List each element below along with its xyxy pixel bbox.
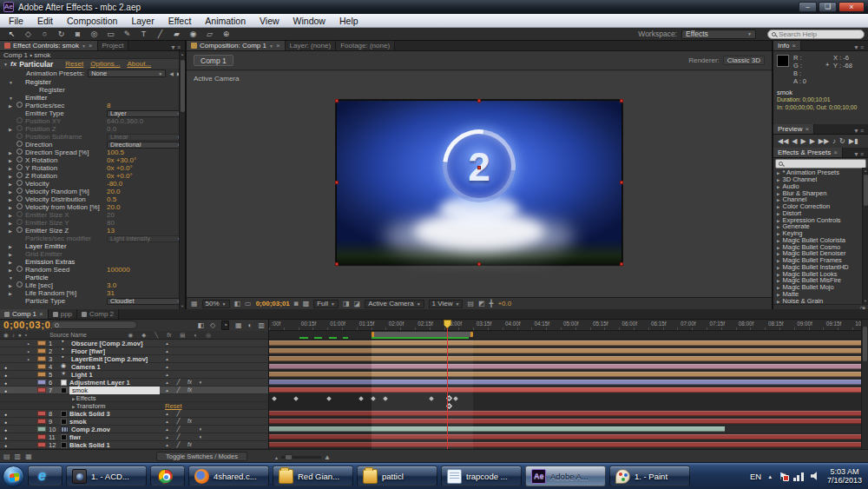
layer-duration-bar[interactable] — [269, 372, 861, 377]
menu-item[interactable]: View — [253, 16, 286, 26]
property-value[interactable]: 8 — [107, 102, 110, 109]
property-value[interactable]: 100.5 — [107, 149, 124, 156]
property-value[interactable]: 100000 — [107, 266, 130, 274]
effect-link[interactable]: About... — [128, 60, 152, 68]
stopwatch-icon[interactable] — [16, 281, 25, 289]
effect-property-row[interactable]: Direction Spread [%] 100.5 — [0, 149, 185, 156]
flowchart-icon[interactable] — [478, 300, 485, 307]
twirl-icon[interactable] — [9, 244, 16, 249]
workspace-dropdown[interactable]: Effects — [681, 30, 756, 39]
transport-button[interactable] — [819, 137, 829, 145]
twirl-icon[interactable] — [9, 205, 16, 210]
effect-property-row[interactable]: Particle Type Cloudlet — [0, 297, 185, 305]
zoom-slider-thumb[interactable] — [285, 454, 293, 460]
effect-property-row[interactable]: Velocity -80.0 — [0, 180, 185, 188]
region-of-interest-icon[interactable] — [245, 300, 252, 307]
label-color-chip[interactable] — [37, 442, 46, 447]
collapse-switch[interactable] — [161, 340, 173, 347]
label-color-chip[interactable] — [37, 364, 46, 369]
effect-property-row[interactable]: Position Z 0.0 — [0, 125, 185, 133]
time-ruler[interactable]: :00f00:15f01:00f01:15f02:00f02:15f03:00f… — [269, 320, 861, 331]
layer-name[interactable]: Comp 2.mov — [71, 426, 110, 433]
layer-row[interactable]: 9 smok — [0, 418, 861, 426]
close-icon[interactable] — [833, 149, 838, 156]
lock-toggle[interactable] — [23, 355, 34, 363]
stopwatch-icon[interactable] — [16, 266, 25, 274]
composition-tab[interactable]: Footage: (none) — [336, 41, 395, 50]
effect-property-row[interactable]: Particles/sec 8 — [0, 102, 185, 109]
layer-row[interactable]: Effects — [0, 394, 861, 402]
layer-row-controls[interactable]: 12 Black Solid 1 — [0, 441, 269, 449]
renderer-button[interactable]: Classic 3D — [723, 56, 765, 65]
layer-duration-bar[interactable] — [269, 380, 861, 385]
twirl-icon[interactable] — [9, 80, 16, 85]
visibility-toggle[interactable] — [0, 379, 11, 387]
layer-name[interactable]: smok — [69, 418, 87, 426]
effect-property-row[interactable]: Emitter — [0, 94, 185, 102]
effect-property-row[interactable]: Random Seed 100000 — [0, 266, 185, 274]
tool-icon[interactable] — [53, 29, 69, 40]
effect-property-row[interactable]: Position XY 640.0,360.0 — [0, 117, 185, 125]
timeline-tab[interactable]: Comp 2 — [77, 309, 119, 319]
stopwatch-icon[interactable] — [16, 203, 25, 211]
panel-menu-icon[interactable] — [850, 151, 868, 157]
effect-property-row[interactable]: Life Random [%] 31 — [0, 289, 185, 297]
visibility-toggle[interactable] — [0, 426, 11, 433]
selection-handle[interactable] — [335, 262, 339, 266]
layer-name[interactable]: Black Solid 3 — [69, 410, 110, 418]
help-search-input[interactable] — [779, 30, 857, 38]
draft-3d-icon[interactable] — [210, 321, 215, 329]
property-dropdown[interactable]: Light Intensity — [107, 235, 185, 242]
tool-icon[interactable] — [152, 29, 168, 40]
stopwatch-icon[interactable] — [16, 164, 25, 172]
layer-row[interactable]: 10 Comp 2.mov — [0, 426, 861, 433]
layer-row-controls[interactable]: 4 Camera 1 — [0, 363, 269, 371]
expand-in-out-icon[interactable] — [15, 453, 22, 460]
layer-name[interactable]: LayerEmit [Comp 2.mov] — [71, 355, 148, 363]
network-icon[interactable] — [793, 472, 805, 481]
property-value[interactable]: 80 — [107, 219, 115, 227]
stopwatch-icon[interactable] — [16, 195, 25, 203]
twirl-icon[interactable] — [9, 260, 16, 265]
twirl-icon[interactable] — [9, 166, 16, 171]
scrollbar-thumb[interactable] — [181, 60, 185, 112]
source-name-header[interactable]: Source Name — [49, 332, 87, 338]
effect-property-row[interactable]: Z Rotation 0x +0.0° — [0, 172, 185, 180]
label-color-chip[interactable] — [37, 411, 46, 416]
snapshot-icon[interactable] — [294, 300, 299, 307]
layer-name[interactable]: Black Solid 1 — [69, 441, 110, 449]
tool-icon[interactable] — [20, 29, 36, 40]
property-value[interactable]: 0x +0.0° — [107, 172, 133, 180]
twirl-icon[interactable] — [9, 174, 16, 179]
layer-bar-lane[interactable] — [269, 371, 861, 379]
layer-row-controls[interactable]: 7 smok — [0, 387, 269, 394]
timeline-tab[interactable]: ppp — [49, 309, 77, 319]
help-search-box[interactable] — [767, 30, 865, 39]
effect-property-row[interactable]: Emitter Type Layer — [0, 109, 185, 117]
composition-tab[interactable]: Layer: (none) — [286, 41, 337, 50]
property-value[interactable]: 20.0 — [107, 203, 121, 211]
layer-row-controls[interactable]: Effects — [0, 394, 269, 402]
effect-property-row[interactable]: Register — [0, 86, 185, 94]
stopwatch-icon[interactable] — [16, 149, 25, 156]
property-value[interactable]: 0.5 — [107, 195, 116, 203]
layer-duration-bar[interactable] — [269, 419, 861, 424]
visibility-toggle[interactable] — [0, 371, 11, 379]
transport-button[interactable] — [832, 137, 836, 145]
layer-bar-lane[interactable] — [269, 402, 861, 410]
layer-row-controls[interactable]: 11 flwr — [0, 433, 269, 441]
label-color-chip[interactable] — [37, 426, 46, 432]
effect-property-row[interactable]: Velocity Random [%] 20.0 — [0, 188, 185, 195]
label-color-chip[interactable] — [37, 380, 46, 385]
transport-button[interactable] — [849, 137, 858, 145]
layer-duration-bar[interactable] — [269, 348, 861, 354]
layer-bar-lane[interactable] — [269, 410, 861, 418]
label-color-chip[interactable] — [37, 387, 46, 393]
visibility-toggle[interactable] — [0, 433, 11, 441]
taskbar-button[interactable]: 4shared.c... — [188, 466, 269, 486]
taskbar-button[interactable]: patticl — [357, 466, 437, 486]
tool-icon[interactable] — [168, 29, 185, 40]
layer-bar-lane[interactable] — [269, 340, 861, 347]
panel-menu-icon[interactable] — [850, 44, 868, 50]
twirl-icon[interactable] — [9, 252, 16, 257]
